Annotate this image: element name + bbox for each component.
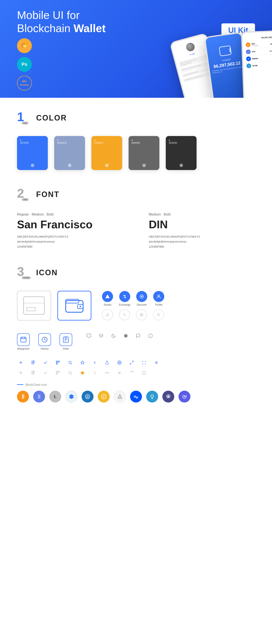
hero-title: Mobile UI for Blockchain Wallet — [17, 8, 123, 35]
icon-mgmt-row: Mangment History — [17, 333, 72, 350]
circle-icon — [122, 332, 130, 340]
svg-rect-62 — [58, 371, 60, 372]
plus-icon-gray — [17, 369, 25, 376]
svg-rect-19 — [20, 337, 26, 342]
discover-icon — [136, 291, 147, 302]
section-number-3: 3 THREE — [17, 265, 32, 280]
svg-point-18 — [158, 313, 159, 314]
message-icon — [134, 332, 142, 340]
discover-icon-outline — [136, 309, 147, 320]
history-icon — [38, 333, 51, 346]
svg-rect-44 — [56, 363, 57, 364]
svg-text:D: D — [86, 395, 88, 398]
svg-text:Z: Z — [103, 395, 104, 398]
color-section: 1 ONE COLOR #3574FA #8DA0C8 #F5A623 #666… — [17, 110, 255, 170]
sketch-badge: Sk — [17, 38, 32, 53]
color-dot-blue — [31, 164, 34, 167]
svg-marker-11 — [106, 294, 110, 298]
main-content: 1 ONE COLOR #3574FA #8DA0C8 #F5A623 #666… — [0, 98, 272, 432]
plus-icon — [17, 359, 25, 366]
svg-point-14 — [158, 295, 160, 296]
wallet-solid-icon — [65, 298, 84, 314]
exchange-icon — [119, 291, 130, 302]
icon-section-header: 3 THREE ICON — [17, 265, 255, 280]
blockchain-line — [17, 384, 24, 385]
arrows-icon-gray — [103, 369, 111, 376]
nav-icon-group: Assets Exchange — [102, 291, 164, 320]
chat-icon — [85, 332, 93, 340]
color-dot-dark — [180, 164, 183, 167]
color-swatches: #3574FA #8DA0C8 #F5A623 #666666 #303030 — [17, 136, 255, 170]
svg-point-79 — [151, 395, 154, 398]
font1-name: San Francisco — [17, 218, 123, 231]
qtum-icon — [146, 391, 158, 402]
blockchain-label-row: BlockChain Icon — [17, 383, 255, 386]
svg-line-54 — [132, 361, 134, 362]
moon-icon — [110, 332, 117, 340]
svg-rect-8 — [66, 299, 79, 303]
svg-rect-63 — [56, 373, 58, 374]
check-icon-gray — [42, 369, 49, 376]
font-section-header: 2 TWO FONT — [17, 187, 255, 202]
svg-line-55 — [130, 363, 132, 364]
svg-line-65 — [71, 374, 72, 375]
svg-marker-66 — [81, 371, 84, 374]
svg-marker-15 — [106, 313, 109, 316]
resize-icon — [140, 359, 148, 366]
svg-point-13 — [141, 296, 142, 297]
discover-label: Discover — [137, 303, 147, 306]
color-dot-gray — [142, 164, 146, 167]
mgmt-item-history: History — [38, 333, 51, 350]
section-number-2: 2 TWO — [17, 187, 32, 202]
phone-mockups: Profile — [170, 30, 272, 98]
assets-icon — [102, 291, 113, 302]
font1-upper: ABCDEFGHIJKLMNOPQRSTUVWXYZ — [17, 234, 123, 239]
color-title: COLOR — [36, 114, 67, 122]
icon-wireframe-inner — [24, 296, 44, 314]
font2-numbers: 1234567890 — [149, 245, 255, 248]
blockchain-label: BlockChain Icon — [26, 383, 47, 386]
nem-icon — [66, 391, 77, 402]
litecoin-icon: Ł — [49, 391, 61, 402]
section-number-1: 1 ONE — [17, 110, 32, 126]
icon-solid-box — [58, 291, 92, 320]
color-blue: #3574FA — [17, 136, 48, 170]
tool-icons-row2 — [17, 369, 255, 376]
nav-item-profile: Profile — [153, 291, 164, 306]
redo-icon-gray — [128, 369, 136, 376]
svg-point-53 — [119, 362, 120, 363]
icon-wireframe-box — [17, 291, 51, 320]
color-dot-orange — [105, 164, 108, 167]
chevron-left-icon — [91, 359, 98, 366]
svg-line-50 — [71, 364, 72, 364]
font1-lower: abcdefghijklmnopqrstuvwxyz — [17, 239, 123, 244]
color-hex-blue: #3574FA — [17, 139, 29, 144]
font-title: FONT — [36, 190, 60, 199]
management-icon — [17, 333, 30, 346]
crypto-icons-row: ₿ Ξ Ł D Z — [17, 391, 255, 402]
svg-point-64 — [69, 371, 71, 374]
waves-icon — [130, 391, 142, 402]
band-icon — [162, 391, 174, 402]
font-columns: Regular · Medium · Bold San Francisco AB… — [17, 212, 255, 248]
info-circle-icon — [146, 332, 154, 340]
order-icon — [60, 333, 72, 346]
hero-section: Mobile UI for Blockchain Wallet UI Kit S… — [0, 0, 272, 98]
profile-icon — [153, 291, 164, 302]
font2-upper: ABCDEFGHIJKLMNOPQRSTUVWXYZ — [149, 234, 255, 239]
poly-icon — [178, 391, 190, 402]
qr-code-icon-gray — [54, 369, 62, 376]
star-icon — [78, 359, 86, 366]
svg-line-26 — [46, 338, 47, 338]
color-orange: #F5A623 — [92, 136, 122, 170]
font1-weights: Regular · Medium · Bold — [17, 212, 123, 216]
ps-badge: Ps — [17, 57, 32, 72]
misc-icons — [85, 329, 154, 340]
assets-icon-outline — [102, 309, 113, 320]
svg-marker-51 — [81, 361, 84, 364]
nav-item-discover: Discover — [136, 291, 147, 306]
layers-icon — [97, 332, 105, 340]
color-dot-grayblue — [68, 164, 72, 167]
assets-label: Assets — [104, 303, 111, 306]
exchange-label: Exchange — [119, 303, 130, 306]
